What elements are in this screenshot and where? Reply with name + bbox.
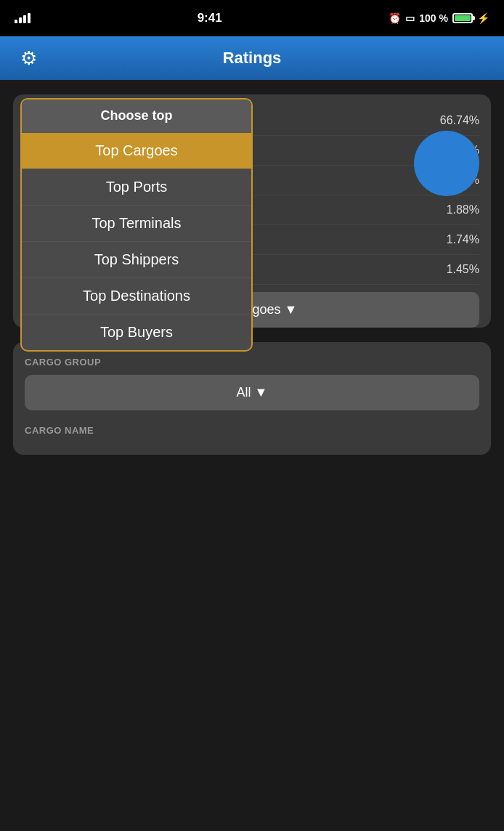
dropdown-item-shippers[interactable]: Top Shippers xyxy=(22,241,251,277)
row-value: 1.45% xyxy=(447,263,479,276)
cargo-name-label: CARGO NAME xyxy=(25,425,479,436)
alarm-icon: ⏰ xyxy=(389,12,401,24)
gear-button[interactable]: ⚙ xyxy=(15,44,42,72)
dropdown-item-destinations[interactable]: Top Destinations xyxy=(22,277,251,314)
row-value: 1.88% xyxy=(447,203,479,216)
dropdown-item-buyers[interactable]: Top Buyers xyxy=(22,314,251,350)
status-bar: 9:41 ⏰ ▭ 100 % ⚡ xyxy=(0,0,504,36)
gear-icon: ⚙ xyxy=(20,47,37,70)
bottom-card: CARGO GROUP All ▼ CARGO NAME xyxy=(13,342,491,455)
cargo-group-button[interactable]: All ▼ xyxy=(25,375,479,410)
row-value: 66.74% xyxy=(440,114,479,127)
signal-icon xyxy=(15,13,31,23)
status-left xyxy=(15,13,31,23)
dropdown-popup: Choose top Top Cargoes Top Ports Top Ter… xyxy=(20,98,253,352)
main-content: COAL 66.74% N/A GR WHEAT 22.04% BARLEY 6… xyxy=(0,80,504,831)
status-time: 9:41 xyxy=(198,11,222,25)
battery-icon xyxy=(452,13,473,23)
status-right: ⏰ ▭ 100 % ⚡ xyxy=(389,12,489,24)
cargo-group-label: CARGO GROUP xyxy=(25,357,479,368)
dropdown-header: Choose top xyxy=(22,100,251,132)
portrait-icon: ▭ xyxy=(405,12,415,24)
dropdown-item-terminals[interactable]: Top Terminals xyxy=(22,205,251,241)
chart-circle xyxy=(414,131,479,196)
dropdown-item-cargoes[interactable]: Top Cargoes xyxy=(22,132,251,169)
top-card: COAL 66.74% N/A GR WHEAT 22.04% BARLEY 6… xyxy=(13,94,491,328)
row-value: 1.74% xyxy=(447,233,479,246)
app-header: ⚙ Ratings xyxy=(0,36,504,80)
dropdown-item-ports[interactable]: Top Ports xyxy=(22,169,251,205)
page-title: Ratings xyxy=(223,49,282,68)
battery-percent: 100 % xyxy=(419,12,448,24)
charging-icon: ⚡ xyxy=(477,12,489,24)
